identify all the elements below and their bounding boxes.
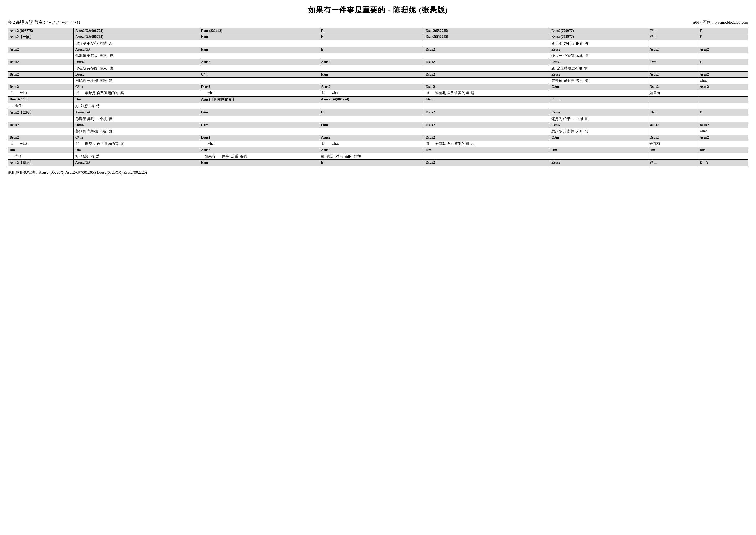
chord-cell-17-4: Dsus2	[424, 135, 550, 141]
lyric-cell-10-0: If what	[8, 90, 74, 97]
chord-cell-0-2: F#m (222442)	[200, 28, 319, 34]
lyric-cell-10-6: 如果有	[648, 90, 698, 97]
lyric-cell-8-3	[319, 78, 424, 84]
lyric-cell-4-6	[648, 53, 698, 59]
lyric-cell-12-5	[550, 103, 648, 109]
chord-cell-15-4: Dsus2	[424, 123, 550, 128]
lyric-cell-6-6	[648, 65, 698, 72]
lyric-cell-14-2	[200, 116, 319, 123]
lyric-cell-14-5: 还是先 给予一 个感 谢	[550, 116, 648, 123]
lyric-cell-12-2	[200, 103, 319, 109]
chord-cell-13-4: Dsus2	[424, 109, 550, 116]
chord-cell-7-7: Asus2	[698, 72, 748, 78]
chord-cell-1-7: E	[698, 34, 748, 41]
chord-cell-11-5: E ......	[550, 97, 648, 103]
chord-cell-19-2: Asus2	[200, 147, 319, 153]
lyric-cell-2-2	[200, 41, 319, 47]
chord-cell-3-4: Dsus2	[424, 47, 550, 53]
chord-cell-17-5: C#m	[550, 135, 648, 141]
chord-cell-21-4: Dsus2	[424, 160, 550, 166]
lyric-cell-16-7: what	[698, 128, 748, 135]
lyric-cell-8-7: what	[698, 78, 748, 84]
chord-row: Dsus2Dsus2C#mF#mDsus2Esus2Asus2Asus2	[8, 72, 748, 78]
lyric-cell-8-4	[424, 78, 550, 84]
lyric-cell-4-3	[319, 53, 424, 59]
lyric-row: 一 辈子好 好想 清 楚 如果有 一 件事 是重 要的那 就是 对 与 错的 总…	[8, 153, 748, 160]
chord-cell-13-2: F#m	[200, 109, 319, 116]
chord-cell-15-2: C#m	[200, 123, 319, 128]
chord-cell-5-4: Dsus2	[424, 59, 550, 65]
chord-cell-3-5: Esus2	[550, 47, 648, 53]
chord-cell-0-5: Esus2(779977)	[550, 28, 648, 34]
chord-row: Asus2Asus2/G#F#mEDsus2Esus2Asus2Asus2	[8, 47, 748, 53]
lyric-row: If what If 谁都是 自己问题的答 案 what If what If …	[8, 141, 748, 147]
lyric-cell-16-0	[8, 128, 74, 135]
chord-cell-17-0: Dsus2	[8, 135, 74, 141]
chord-cell-9-4: Dsus2	[424, 84, 550, 90]
lyric-cell-18-4: If 谁都是 自己答案的问 题	[424, 141, 550, 147]
chord-cell-5-1: Dsus2	[73, 59, 199, 65]
chord-cell-7-2: C#m	[200, 72, 319, 78]
chord-table: Asus2 (006775)Asus2/G#(006774)F#m (22244…	[8, 28, 748, 166]
chord-cell-9-6: Dsus2	[648, 84, 698, 90]
chord-cell-19-3: Asus2	[319, 147, 424, 153]
lyric-cell-8-2	[200, 78, 319, 84]
lyric-cell-16-2	[200, 128, 319, 135]
lyric-row: 回忆再 完美都 有极 限未来多 完美并 未可 知what	[8, 78, 748, 84]
chord-cell-1-5: Esus2(779977)	[550, 34, 648, 41]
footer-note: 低把位和弦按法：Asus2 (00220X) Asus2/G#(00120X) …	[8, 170, 748, 175]
chord-cell-7-1: Dsus2	[73, 72, 199, 78]
lyric-cell-16-5: 思想多 珍贵并 未可 知	[550, 128, 648, 135]
chord-cell-15-1: Dsus2	[73, 123, 199, 128]
lyric-cell-6-3	[319, 65, 424, 72]
chord-cell-3-7: Asus2	[698, 47, 748, 53]
lyric-cell-14-7	[698, 116, 748, 123]
lyric-cell-10-3: If what	[319, 90, 424, 97]
chord-cell-5-0: Dsus2	[8, 59, 74, 65]
chord-cell-21-1: Asus2/G#	[73, 160, 199, 166]
lyric-cell-16-4	[424, 128, 550, 135]
lyric-cell-14-6	[648, 116, 698, 123]
chord-cell-17-2: Dsus2	[200, 135, 319, 141]
lyric-row: 你渴望 更伟大 更不 朽还是一 个瞬间 成永 恒	[8, 53, 748, 59]
chord-cell-11-1: Dm	[73, 97, 199, 103]
lyric-cell-16-6	[648, 128, 698, 135]
lyric-cell-4-0	[8, 53, 74, 59]
chord-cell-5-7: E	[698, 59, 748, 65]
chord-cell-0-6: F#m	[648, 28, 698, 34]
lyric-cell-20-0: 一 辈子	[8, 153, 74, 160]
lyric-cell-20-7	[698, 153, 748, 160]
chord-row: Dsus2Dsus2Asus2Asus2Dsus2Esus2F#mE	[8, 59, 748, 65]
lyric-cell-6-1: 你在期 待命好 使人 废	[73, 65, 199, 72]
chord-cell-9-5: C#m	[550, 84, 648, 90]
chord-cell-3-1: Asus2/G#	[73, 47, 199, 53]
chord-cell-17-3: Asus2	[319, 135, 424, 141]
lyric-cell-12-4	[424, 103, 550, 109]
lyric-row: 你想要 不变心 的情 人还是永 远不老 的青 春	[8, 41, 748, 47]
chord-cell-19-4: Dm	[424, 147, 550, 153]
chord-cell-19-7: Dm	[698, 147, 748, 153]
chord-cell-13-5: Esus2	[550, 109, 648, 116]
lyric-cell-4-7	[698, 53, 748, 59]
chord-cell-1-4: Dsus2(557755)	[424, 34, 550, 41]
chord-cell-13-3: E	[319, 109, 424, 116]
lyric-row: If what If 谁都是 自己问题的答 案 what If what If …	[8, 90, 748, 97]
chord-cell-7-5: Esus2	[550, 72, 648, 78]
lyric-cell-10-7	[698, 90, 748, 97]
chord-cell-15-6: Asus2	[648, 123, 698, 128]
lyric-cell-18-2: what	[200, 141, 319, 147]
chord-row: Asus2【结尾】Asus2/G#F#mEDsus2Esus2F#mE A	[8, 160, 748, 166]
chord-cell-21-6: F#m	[648, 160, 698, 166]
lyric-cell-18-6: 谁都有	[648, 141, 698, 147]
lyric-cell-18-7	[698, 141, 748, 147]
chord-cell-9-3: Asus2	[319, 84, 424, 90]
lyric-cell-20-5	[550, 153, 648, 160]
chord-cell-0-3: E	[319, 28, 424, 34]
chord-cell-13-7: E	[698, 109, 748, 116]
lyric-row: 一 辈子好 好想 清 楚	[8, 103, 748, 109]
chord-row: Dsus2Dsus2C#mF#mDsus2Esus2Asus2Asus2	[8, 123, 748, 128]
chord-cell-11-0: Dm(567755)	[8, 97, 74, 103]
chord-cell-13-1: Asus2/G#	[73, 109, 199, 116]
chord-row: DmDmAsus2Asus2DmDmDmDm	[8, 147, 748, 153]
chord-cell-1-1: Asus2/G#(006774)	[73, 34, 199, 41]
